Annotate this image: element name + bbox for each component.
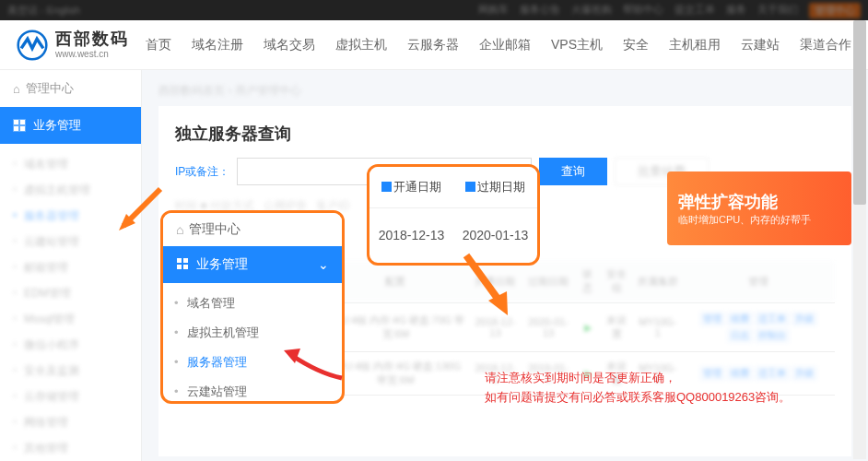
sidebar-item-other[interactable]: 其他管理 bbox=[24, 435, 141, 461]
sidebar-sub: 域名管理 虚拟主机管理 服务器管理 云建站管理 邮箱管理 EDM管理 Mssql… bbox=[0, 144, 141, 461]
th-sec: 安全组 bbox=[600, 260, 633, 303]
op-link[interactable]: 管理 bbox=[699, 312, 725, 326]
nav-item[interactable]: 云建站 bbox=[741, 37, 780, 53]
op-link[interactable]: 迁工单 bbox=[755, 312, 790, 326]
top-bar: 美空话 - English 网购车 服务公告 火爆抢购 帮助中心 提交工单 服务… bbox=[0, 0, 868, 20]
nav-item[interactable]: 企业邮箱 bbox=[479, 37, 531, 53]
nav-item[interactable]: 域名注册 bbox=[192, 37, 243, 53]
date-header-open: 开通日期 bbox=[369, 167, 453, 207]
th-cluster: 所属集群 bbox=[633, 260, 683, 303]
svg-rect-3 bbox=[20, 120, 25, 124]
nav-item[interactable]: 安全 bbox=[623, 37, 649, 53]
sidebar-title[interactable]: ⌂管理中心 bbox=[0, 70, 141, 107]
svg-rect-2 bbox=[14, 120, 18, 124]
th-ops: 管理 bbox=[683, 260, 835, 303]
sidebar-item-mssql[interactable]: Mssql管理 bbox=[24, 306, 141, 332]
calendar-icon bbox=[465, 182, 475, 192]
op-link[interactable]: 升级 bbox=[792, 366, 817, 381]
sidebar-item-security[interactable]: 安全及监测 bbox=[24, 358, 141, 384]
date-header-exp: 过期日期 bbox=[453, 167, 537, 207]
top-link[interactable]: 服务公告 bbox=[520, 3, 560, 18]
date-open: 2018-12-13 bbox=[369, 207, 453, 263]
sidebar-item-mail[interactable]: 邮箱管理 bbox=[24, 254, 141, 280]
cell-cluster: MY10G-1 bbox=[633, 303, 683, 352]
breadcrumb: 西部数码首页 › 用户管理中心 bbox=[158, 83, 851, 99]
svg-rect-7 bbox=[183, 258, 188, 263]
logo-icon bbox=[17, 30, 48, 61]
manage-badge[interactable]: 管理中心 bbox=[809, 3, 861, 18]
nav-item[interactable]: 渠道合作 bbox=[800, 37, 851, 53]
cell-ops: 管理续费迁工单升级日志控制台 bbox=[683, 303, 835, 352]
svg-rect-8 bbox=[177, 265, 182, 269]
cell-sec[interactable]: 未设置 bbox=[600, 303, 633, 352]
brand-en: www.west.cn bbox=[55, 49, 129, 59]
callout-dates: 开通日期 过期日期 2018-12-13 2020-01-13 bbox=[367, 164, 540, 266]
promo-banner[interactable]: 弹性扩容功能 临时增加CPU、内存的好帮手 bbox=[667, 171, 851, 245]
sidebar-item-vhost[interactable]: 虚拟主机管理 bbox=[24, 177, 141, 203]
search-label: IP或备注： bbox=[175, 164, 229, 180]
nav-item[interactable]: VPS主机 bbox=[551, 37, 603, 53]
sidebar-item-site[interactable]: 云建站管理 bbox=[24, 229, 141, 254]
sidebar-item-server[interactable]: 服务器管理 bbox=[24, 203, 141, 229]
sidebar-item-storage[interactable]: 云存储管理 bbox=[24, 384, 141, 409]
nav-item[interactable]: 虚拟主机 bbox=[335, 37, 387, 53]
sidebar-item-domain[interactable]: 域名管理 bbox=[24, 151, 141, 177]
th-exp: 过期日期 bbox=[522, 260, 575, 303]
brand: 西部数码 www.west.cn bbox=[55, 30, 129, 59]
scrollbar-thumb[interactable] bbox=[853, 20, 866, 205]
brand-cn: 西部数码 bbox=[55, 30, 129, 49]
banner-title: 弹性扩容功能 bbox=[678, 191, 840, 213]
sidebar: ⌂管理中心 业务管理 域名管理 虚拟主机管理 服务器管理 云建站管理 邮箱管理 … bbox=[0, 70, 142, 461]
sidebar-item-network[interactable]: 网络管理 bbox=[24, 409, 141, 435]
callout-sidebar: ⌂管理中心 业务管理⌄ 域名管理 虚拟主机管理 服务器管理 云建站管理 bbox=[160, 210, 345, 404]
svg-rect-4 bbox=[14, 126, 18, 131]
top-link[interactable]: 网购车 bbox=[478, 3, 509, 18]
home-icon: ⌂ bbox=[176, 222, 183, 237]
nav-item[interactable]: 主机租用 bbox=[669, 37, 721, 53]
page-title: 独立服务器查询 bbox=[175, 123, 835, 145]
op-link[interactable]: 续费 bbox=[727, 312, 753, 326]
svg-rect-6 bbox=[177, 258, 182, 263]
svg-rect-5 bbox=[20, 126, 25, 131]
top-link[interactable]: 提交工单 bbox=[674, 3, 715, 18]
search-button[interactable]: 查询 bbox=[539, 158, 607, 185]
op-link[interactable]: 升级 bbox=[792, 312, 817, 326]
main-nav: 首页 域名注册 域名交易 虚拟主机 云服务器 企业邮箱 VPS主机 安全 主机租… bbox=[146, 37, 851, 53]
home-icon: ⌂ bbox=[13, 82, 20, 96]
callout-item-active[interactable]: 服务器管理 bbox=[163, 348, 342, 377]
top-link[interactable]: 火爆抢购 bbox=[571, 3, 612, 18]
top-link[interactable]: 服务 bbox=[726, 3, 746, 18]
op-link[interactable]: 控制台 bbox=[755, 328, 790, 343]
cell-exp: 2020-01-13 bbox=[522, 303, 575, 352]
top-link[interactable]: 帮助中心 bbox=[623, 3, 663, 18]
svg-rect-9 bbox=[183, 265, 188, 269]
grid-icon bbox=[176, 257, 189, 270]
cell-open: 2018-12-13 bbox=[469, 303, 522, 352]
banner-subtitle: 临时增加CPU、内存的好帮手 bbox=[678, 213, 840, 227]
callout-item[interactable]: 虚拟主机管理 bbox=[163, 318, 342, 348]
chevron-down-icon: ⌄ bbox=[318, 257, 329, 272]
nav-item[interactable]: 首页 bbox=[146, 37, 171, 53]
grid-icon bbox=[13, 119, 26, 132]
date-exp: 2020-01-13 bbox=[453, 207, 537, 263]
top-link[interactable]: 关于我们 bbox=[757, 3, 798, 18]
th-status: 状态 bbox=[575, 260, 600, 303]
op-link[interactable]: 日志 bbox=[727, 328, 753, 343]
th-open: 开通日期 bbox=[469, 260, 522, 303]
nav-item[interactable]: 云服务器 bbox=[407, 37, 459, 53]
cell-status: ▶ bbox=[575, 303, 600, 352]
callout-item[interactable]: 云建站管理 bbox=[163, 377, 342, 404]
sidebar-item-miniapp[interactable]: 微信小程序 bbox=[24, 332, 141, 358]
sidebar-item-edm[interactable]: EDM管理 bbox=[24, 280, 141, 306]
header: 西部数码 www.west.cn 首页 域名注册 域名交易 虚拟主机 云服务器 … bbox=[0, 20, 868, 70]
sidebar-section-business[interactable]: 业务管理 bbox=[0, 107, 141, 144]
nav-item[interactable]: 域名交易 bbox=[264, 37, 315, 53]
annotation-note: 请注意核实到期时间是否更新正确， 如有问题请提交有问必答或联系客服QQ80001… bbox=[485, 369, 791, 408]
topbar-left[interactable]: 美空话 - English bbox=[7, 4, 80, 18]
calendar-icon bbox=[381, 182, 392, 192]
callout-item[interactable]: 域名管理 bbox=[163, 289, 342, 318]
